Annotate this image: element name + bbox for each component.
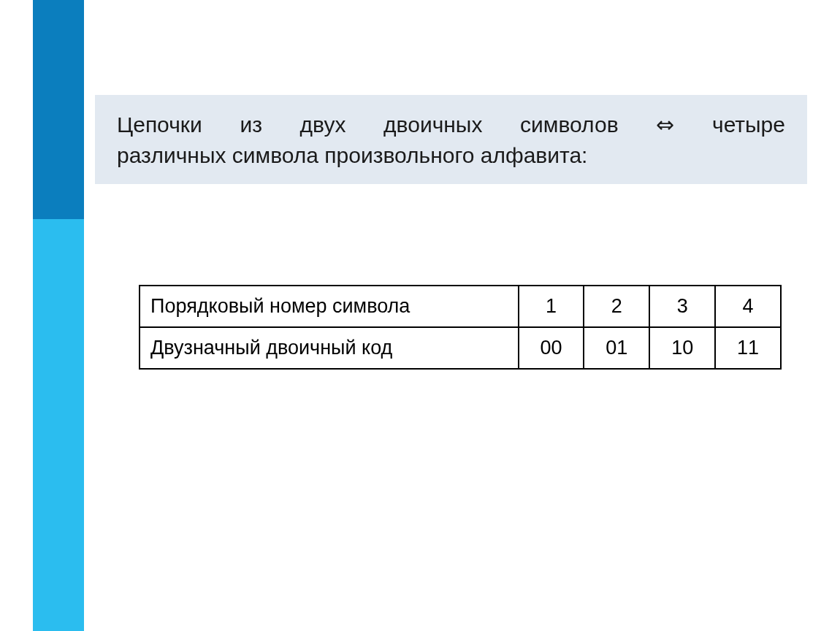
header-word: Цепочки bbox=[117, 110, 202, 140]
header-word: двоичных bbox=[383, 110, 482, 140]
table-cell: 2 bbox=[584, 286, 649, 327]
binary-code-table: Порядковый номер символа 1 2 3 4 Двузнач… bbox=[139, 285, 782, 370]
table-row: Двузначный двоичный код 00 01 10 11 bbox=[140, 327, 781, 369]
table-cell: 10 bbox=[649, 327, 715, 369]
table-cell: 3 bbox=[649, 286, 715, 327]
header-word: символов bbox=[520, 110, 618, 140]
double-arrow-icon: ⇔ bbox=[656, 110, 674, 140]
header-word: из bbox=[240, 110, 262, 140]
header-text: Цепочки из двух двоичных символов ⇔ четы… bbox=[117, 110, 785, 171]
header-word: двух bbox=[300, 110, 346, 140]
sidebar-accent-bottom bbox=[33, 219, 84, 631]
table-row: Порядковый номер символа 1 2 3 4 bbox=[140, 286, 781, 327]
table-cell: 1 bbox=[519, 286, 584, 327]
header-box: Цепочки из двух двоичных символов ⇔ четы… bbox=[95, 95, 807, 184]
table-cell: 4 bbox=[715, 286, 781, 327]
sidebar-accent-top bbox=[33, 0, 84, 219]
header-line1: Цепочки из двух двоичных символов ⇔ четы… bbox=[117, 110, 785, 140]
row-label: Порядковый номер символа bbox=[140, 286, 519, 327]
table-cell: 00 bbox=[519, 327, 584, 369]
table-cell: 01 bbox=[584, 327, 649, 369]
row-label: Двузначный двоичный код bbox=[140, 327, 519, 369]
header-word: четыре bbox=[712, 110, 785, 140]
table-cell: 11 bbox=[715, 327, 781, 369]
header-line2: различных символа произвольного алфавита… bbox=[117, 140, 785, 171]
